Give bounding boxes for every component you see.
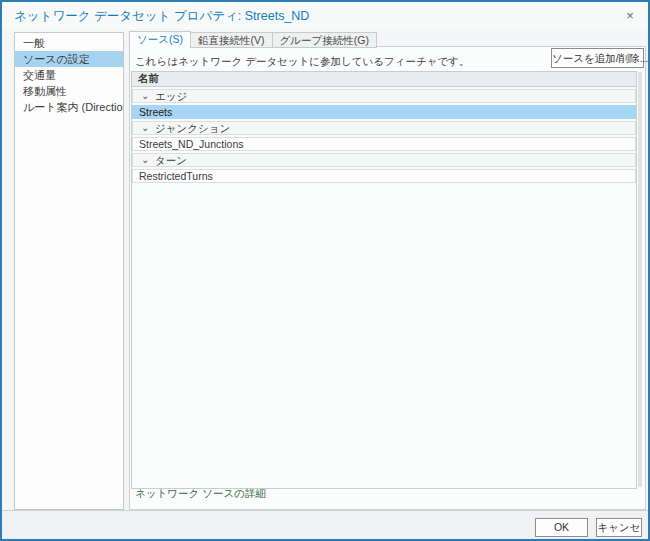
network-dataset-properties-dialog: ネットワーク データセット プロパティ: Streets_ND × 一般 ソース… xyxy=(0,0,650,541)
name-column-header: 名前 xyxy=(132,72,636,87)
group-label: ジャンクション xyxy=(155,122,230,134)
dialog-title: ネットワーク データセット プロパティ: Streets_ND xyxy=(14,8,309,25)
chevron-down-icon[interactable]: ⌄ xyxy=(141,90,155,101)
sidebar-item-source-settings[interactable]: ソースの設定 xyxy=(15,51,123,67)
sidebar: 一般 ソースの設定 交通量 移動属性 ルート案内 (Directions) xyxy=(14,32,124,510)
network-source-details-link[interactable]: ネットワーク ソースの詳細 xyxy=(135,487,266,501)
sources-tab-panel: これらはネットワーク データセットに参加しているフィーチャです。 ソースを追加/… xyxy=(129,46,646,510)
sidebar-item-traffic[interactable]: 交通量 xyxy=(15,67,123,83)
sidebar-item-directions[interactable]: ルート案内 (Directions) xyxy=(15,99,123,115)
chevron-down-icon[interactable]: ⌄ xyxy=(141,154,155,165)
tab-vertical-connectivity[interactable]: 鉛直接続性(V) xyxy=(191,32,273,48)
add-remove-sources-button[interactable]: ソースを追加/削除... xyxy=(551,48,644,68)
group-row-turns[interactable]: ⌄ターン xyxy=(132,153,636,167)
tab-sources[interactable]: ソース(S) xyxy=(129,31,191,48)
group-row-edges[interactable]: ⌄エッジ xyxy=(132,89,636,103)
source-row-RestrictedTurns[interactable]: RestrictedTurns xyxy=(132,169,636,183)
sidebar-item-general[interactable]: 一般 xyxy=(15,35,123,51)
ok-button[interactable]: OK xyxy=(535,518,588,537)
tab-strip: ソース(S) 鉛直接続性(V) グループ接続性(G) xyxy=(129,32,377,47)
source-list-body: ⌄エッジStreets⌄ジャンクションStreets_ND_Junctions⌄… xyxy=(132,89,636,183)
scrollbar-track[interactable] xyxy=(638,72,642,487)
source-row-Streets_ND_Junctions[interactable]: Streets_ND_Junctions xyxy=(132,137,636,151)
group-row-junctions[interactable]: ⌄ジャンクション xyxy=(132,121,636,135)
group-label: ターン xyxy=(155,154,187,166)
close-button[interactable]: × xyxy=(621,7,639,25)
footer: OK キャンセル xyxy=(2,511,648,539)
title-bar: ネットワーク データセット プロパティ: Streets_ND × xyxy=(2,2,648,29)
source-row-Streets[interactable]: Streets xyxy=(132,105,636,119)
group-label: エッジ xyxy=(155,90,187,102)
cancel-button[interactable]: キャンセル xyxy=(596,518,642,537)
sources-description: これらはネットワーク データセットに参加しているフィーチャです。 xyxy=(135,55,470,69)
chevron-down-icon[interactable]: ⌄ xyxy=(141,122,155,133)
sidebar-item-travel-attributes[interactable]: 移動属性 xyxy=(15,83,123,99)
sources-table: 名前 ⌄エッジStreets⌄ジャンクションStreets_ND_Junctio… xyxy=(131,71,637,489)
close-icon: × xyxy=(626,8,634,23)
tab-group-connectivity[interactable]: グループ接続性(G) xyxy=(273,32,377,48)
